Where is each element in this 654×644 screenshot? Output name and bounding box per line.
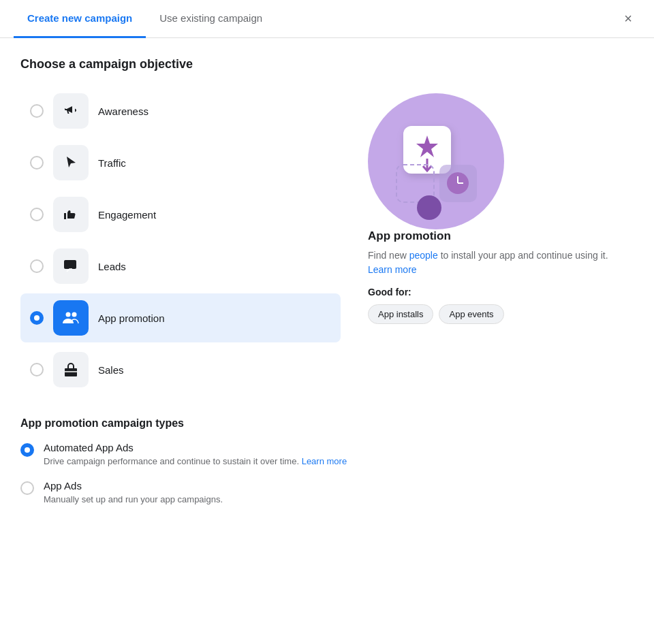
svg-rect-0 bbox=[64, 260, 76, 269]
campaign-type-app-ads[interactable]: App Ads Manually set up and run your app… bbox=[20, 480, 634, 506]
objective-app-promotion[interactable]: App promotion bbox=[20, 293, 341, 342]
megaphone-icon bbox=[63, 103, 79, 119]
campaign-type-automated[interactable]: Automated App Ads Drive campaign perform… bbox=[20, 442, 634, 468]
objective-engagement[interactable]: Engagement bbox=[20, 190, 341, 239]
detail-title: App promotion bbox=[368, 229, 634, 243]
main-layout: Awareness Traffic bbox=[20, 86, 634, 397]
objective-awareness[interactable]: Awareness bbox=[20, 86, 341, 135]
automated-label: Automated App Ads bbox=[44, 442, 347, 453]
radio-sales[interactable] bbox=[30, 363, 44, 376]
svg-point-13 bbox=[417, 195, 441, 220]
engagement-label: Engagement bbox=[98, 209, 156, 221]
detail-description: Find new people to install your app and … bbox=[368, 248, 634, 277]
radio-automated[interactable] bbox=[20, 443, 34, 457]
people-icon bbox=[62, 309, 80, 327]
objective-traffic[interactable]: Traffic bbox=[20, 138, 341, 187]
tags-container: App installs App events bbox=[368, 304, 634, 324]
bag-icon bbox=[63, 361, 79, 378]
modal-container: Create new campaign Use existing campaig… bbox=[0, 0, 654, 537]
sales-icon-wrap bbox=[53, 352, 89, 387]
radio-traffic[interactable] bbox=[30, 156, 44, 170]
awareness-icon-wrap bbox=[53, 93, 89, 129]
app-ads-label: App Ads bbox=[44, 480, 223, 492]
close-button[interactable]: × bbox=[616, 7, 640, 31]
leads-icon-wrap bbox=[53, 248, 89, 284]
radio-leads[interactable] bbox=[30, 259, 44, 273]
modal-content: Choose a campaign objective Awareness bbox=[0, 38, 654, 537]
sales-label: Sales bbox=[98, 364, 124, 376]
radio-engagement[interactable] bbox=[30, 208, 44, 221]
tab-create-label: Create new campaign bbox=[27, 12, 132, 24]
tag-app-events: App events bbox=[439, 304, 503, 324]
section-title: Choose a campaign objective bbox=[20, 57, 634, 71]
cursor-icon bbox=[63, 155, 79, 171]
traffic-label: Traffic bbox=[98, 157, 126, 169]
thumbsup-icon bbox=[63, 206, 79, 223]
objectives-list: Awareness Traffic bbox=[20, 86, 341, 397]
traffic-icon-wrap bbox=[53, 145, 89, 180]
svg-rect-3 bbox=[65, 368, 77, 376]
app-promo-illustration bbox=[368, 93, 504, 229]
app-ads-desc: Manually set up and run your app campaig… bbox=[44, 494, 223, 506]
chat-icon bbox=[63, 258, 79, 274]
leads-label: Leads bbox=[98, 261, 126, 272]
tag-app-installs: App installs bbox=[368, 304, 433, 324]
detail-illustration bbox=[368, 93, 504, 229]
awareness-label: Awareness bbox=[98, 106, 149, 117]
app-promotion-label: App promotion bbox=[98, 312, 165, 324]
campaign-types-title: App promotion campaign types bbox=[20, 417, 634, 430]
tab-existing-label: Use existing campaign bbox=[159, 12, 262, 24]
tab-bar: Create new campaign Use existing campaig… bbox=[0, 0, 654, 38]
tab-create-new[interactable]: Create new campaign bbox=[14, 0, 146, 38]
svg-point-1 bbox=[66, 312, 71, 317]
objective-detail: App promotion Find new people to install… bbox=[368, 86, 634, 397]
automated-desc: Drive campaign performance and continue … bbox=[44, 455, 347, 468]
radio-app-ads[interactable] bbox=[20, 481, 34, 495]
automated-text: Automated App Ads Drive campaign perform… bbox=[44, 442, 347, 468]
people-link[interactable]: people bbox=[409, 250, 438, 261]
tab-use-existing[interactable]: Use existing campaign bbox=[146, 0, 276, 38]
svg-point-2 bbox=[72, 312, 77, 317]
radio-app-promotion[interactable] bbox=[30, 311, 44, 325]
app-promotion-icon-wrap bbox=[53, 300, 89, 336]
automated-learn-more[interactable]: Learn more bbox=[302, 456, 347, 466]
radio-awareness[interactable] bbox=[30, 104, 44, 118]
objective-leads[interactable]: Leads bbox=[20, 242, 341, 291]
desc-after-link: to install your app and continue using i… bbox=[438, 250, 608, 261]
objective-sales[interactable]: Sales bbox=[20, 345, 341, 394]
learn-more-link[interactable]: Learn more bbox=[368, 264, 417, 275]
engagement-icon-wrap bbox=[53, 197, 89, 232]
good-for-title: Good for: bbox=[368, 287, 634, 297]
desc-before-link: Find new bbox=[368, 250, 409, 261]
app-ads-text: App Ads Manually set up and run your app… bbox=[44, 480, 223, 506]
campaign-types-section: App promotion campaign types Automated A… bbox=[20, 417, 634, 506]
